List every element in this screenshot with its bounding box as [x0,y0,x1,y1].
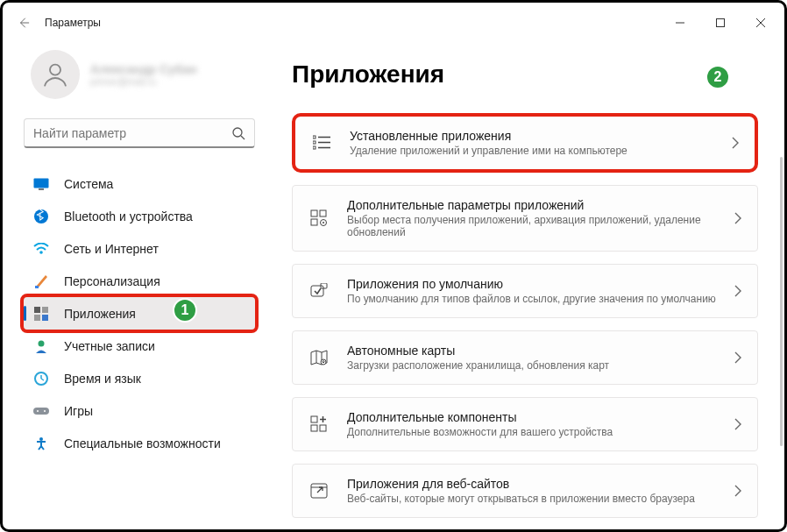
sidebar-item-accounts[interactable]: Учетные записи [24,330,255,362]
svg-rect-40 [320,425,326,431]
item-advanced-app-settings[interactable]: Дополнительные параметры приложенийВыбор… [292,185,758,252]
page-title: Приложения [292,60,758,89]
gamepad-icon [32,402,50,420]
system-icon [32,175,50,193]
svg-line-6 [241,136,245,139]
sidebar-item-system[interactable]: Система [24,167,255,200]
maximize-button[interactable] [700,5,741,40]
nav-label: Система [64,177,113,191]
minimize-button[interactable] [660,5,700,40]
svg-point-21 [39,437,43,441]
item-title: Приложения по умолчанию [347,277,734,291]
svg-rect-22 [313,136,316,138]
user-name: Александр Субан [90,62,197,76]
apps-icon [32,305,50,323]
person-icon [32,337,50,355]
close-button[interactable] [741,5,781,40]
sidebar-item-network[interactable]: Сеть и Интернет [24,232,255,265]
map-icon [308,347,330,368]
svg-rect-7 [34,178,49,188]
sidebar-item-games[interactable]: Игры [24,394,255,427]
highlight-annotation [20,294,259,333]
item-desc: Веб-сайты, которые могут открываться в п… [347,493,734,505]
item-title: Дополнительные компоненты [347,410,734,424]
brush-icon [32,273,50,290]
svg-rect-29 [320,210,326,216]
chevron-right-icon [734,351,741,364]
grid-plus-icon [308,414,330,435]
nav-label: Игры [64,404,93,418]
accessibility-icon [32,435,50,452]
annotation-badge-1: 1 [173,298,197,323]
svg-rect-26 [313,146,316,149]
back-button[interactable] [6,5,41,40]
svg-rect-8 [39,188,44,190]
svg-rect-28 [311,210,317,216]
bluetooth-icon [32,208,50,225]
nav-label: Специальные возможности [64,436,221,450]
svg-point-19 [37,410,39,412]
search-box[interactable] [24,118,255,148]
nav-label: Учетные записи [64,339,155,353]
svg-rect-33 [311,286,323,296]
item-desc: Выбор места получения приложений, архива… [347,214,734,238]
user-email: primer@mail.ru [90,76,197,87]
annotation-badge-2: 2 [705,65,730,89]
chevron-right-icon [734,485,741,497]
svg-rect-39 [311,425,317,431]
scrollbar[interactable] [780,157,783,446]
svg-rect-24 [313,141,316,144]
item-default-apps[interactable]: Приложения по умолчаниюПо умолчанию для … [292,264,758,318]
item-desc: Дополнительные возможности для вашего ус… [347,426,734,438]
sidebar-item-time[interactable]: Время и язык [24,362,255,394]
app-gear-icon [308,208,330,229]
item-title: Автономные карты [347,344,734,358]
titlebar: Параметры [3,3,784,43]
nav-label: Bluetooth и устройства [64,209,193,223]
svg-rect-38 [311,416,317,422]
defaults-icon [308,280,330,301]
item-title: Приложения для веб-сайтов [347,477,734,491]
nav-label: Время и язык [64,372,141,386]
wifi-icon [32,240,50,258]
svg-rect-14 [34,315,40,321]
user-profile[interactable]: Александр Субан primer@mail.ru [31,50,255,99]
svg-point-32 [323,222,324,223]
sidebar-item-accessibility[interactable]: Специальные возможности [24,427,255,459]
main-panel: Приложения 2 Установленные приложенияУда… [266,43,784,529]
svg-rect-15 [42,315,48,321]
search-input[interactable] [33,126,231,140]
nav-label: Персонализация [64,274,160,288]
item-installed-apps[interactable]: Установленные приложенияУдаление приложе… [292,113,758,173]
item-apps-for-websites[interactable]: Приложения для веб-сайтовВеб-сайты, кото… [292,464,758,518]
window-title: Параметры [45,17,101,29]
item-desc: Загрузки расположение хранилища, обновле… [347,359,734,372]
list-icon [311,132,332,153]
sidebar-item-bluetooth[interactable]: Bluetooth и устройства [24,200,255,232]
nav-list: Система Bluetooth и устройства Сеть и Ин… [24,167,255,459]
svg-rect-13 [42,307,48,313]
item-title: Установленные приложения [350,129,732,143]
window-link-icon [308,480,330,501]
svg-point-20 [44,410,46,412]
item-title: Дополнительные параметры приложений [347,198,734,212]
clock-icon [32,370,50,387]
svg-rect-1 [717,19,725,27]
item-offline-maps[interactable]: Автономные картыЗагрузки расположение хр… [292,330,758,385]
item-desc: Удаление приложений и управление ими на … [350,145,732,157]
chevron-right-icon [734,418,741,430]
svg-rect-12 [34,307,40,313]
sidebar: Александр Субан primer@mail.ru Система B… [3,43,266,529]
chevron-right-icon [734,285,741,297]
svg-point-4 [50,65,60,75]
item-desc: По умолчанию для типов файлов и ссылок, … [347,293,734,305]
svg-point-16 [39,340,45,346]
sidebar-item-personalization[interactable]: Персонализация [24,265,255,297]
svg-rect-11 [35,286,39,288]
svg-rect-18 [33,408,49,415]
item-optional-features[interactable]: Дополнительные компонентыДополнительные … [292,397,758,451]
nav-label: Сеть и Интернет [64,242,159,256]
svg-point-10 [39,251,43,254]
sidebar-item-apps[interactable]: 1 Приложения [24,297,255,330]
svg-point-5 [233,128,242,137]
